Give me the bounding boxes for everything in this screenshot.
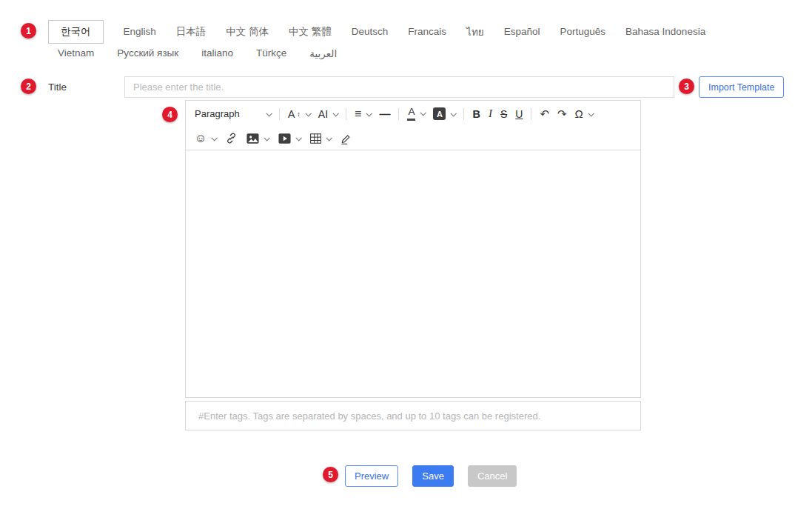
chevron-down-icon — [296, 135, 302, 141]
tab-korean[interactable]: 한국어 — [48, 20, 104, 44]
tab-francais[interactable]: Francais — [408, 26, 446, 37]
tab-bahasa-indonesia[interactable]: Bahasa Indonesia — [625, 26, 705, 37]
tags-input[interactable] — [185, 401, 641, 430]
omega-icon: Ω — [575, 107, 583, 120]
title-label: Title — [48, 81, 67, 93]
tab-espanol[interactable]: Español — [504, 26, 540, 37]
font-family-dropdown[interactable]: AI — [318, 108, 338, 120]
tab-english[interactable]: English — [124, 26, 156, 37]
font-color-icon: A — [407, 107, 415, 120]
italic-icon: I — [489, 107, 492, 120]
toolbar-separator — [398, 108, 399, 120]
toolbar-separator — [279, 108, 280, 120]
image-dropdown[interactable] — [246, 133, 269, 144]
toolbar-separator — [463, 108, 464, 120]
chevron-down-icon — [326, 135, 332, 141]
tab-vietnam[interactable]: Vietnam — [58, 47, 94, 59]
save-button[interactable]: Save — [412, 465, 454, 487]
italic-button[interactable]: I — [489, 107, 492, 120]
chevron-down-icon — [333, 110, 339, 116]
undo-button[interactable]: ↶ — [540, 107, 549, 121]
font-color-dropdown[interactable]: A — [407, 107, 425, 120]
tab-chinese-simplified[interactable]: 中文 简体 — [226, 25, 269, 39]
editor-content-area[interactable] — [186, 150, 640, 397]
emoji-dropdown[interactable]: ☺ — [195, 132, 216, 145]
video-dropdown[interactable] — [278, 133, 301, 144]
paragraph-format-select[interactable]: Paragraph — [195, 108, 271, 119]
highlight-color-dropdown[interactable]: A — [433, 107, 455, 120]
tab-russian[interactable]: Русский язык — [117, 47, 178, 59]
align-left-icon: ≡ — [355, 107, 361, 121]
bold-button[interactable]: B — [472, 108, 480, 120]
horizontal-rule-icon: — — [379, 107, 390, 120]
language-tab-bar-row2: Vietnam Русский язык italiano Türkçe الع… — [58, 47, 337, 59]
emoji-icon: ☺ — [195, 132, 207, 145]
video-icon — [278, 133, 291, 144]
post-editor-page: 1 2 3 4 5 한국어 English 日本語 中文 简体 中文 繁體 De… — [0, 0, 812, 509]
language-tab-bar: 한국어 English 日本語 中文 简体 中文 繁體 Deutsch Fran… — [48, 20, 705, 43]
chevron-down-icon — [588, 110, 594, 116]
tab-chinese-traditional[interactable]: 中文 繁體 — [289, 25, 332, 39]
annotation-badge-1: 1 — [21, 23, 36, 39]
preview-button[interactable]: Preview — [345, 465, 398, 487]
tab-arabic[interactable]: العربية — [309, 47, 337, 59]
underline-icon: U — [515, 108, 523, 120]
font-family-icon: AI — [318, 108, 328, 120]
link-button[interactable] — [226, 133, 237, 144]
table-dropdown[interactable] — [310, 133, 331, 144]
chevron-down-icon — [212, 135, 218, 141]
chevron-down-icon — [264, 135, 270, 141]
redo-icon: ↷ — [557, 107, 567, 121]
image-icon — [246, 133, 259, 144]
import-template-button[interactable]: Import Template — [699, 76, 784, 98]
tab-thai[interactable]: ไทย — [466, 24, 484, 40]
chevron-down-icon — [266, 110, 272, 116]
text-align-dropdown[interactable]: ≡ — [355, 107, 371, 121]
annotation-badge-5: 5 — [323, 467, 338, 482]
chevron-down-icon — [366, 110, 372, 116]
horizontal-rule-button[interactable]: — — [379, 107, 390, 120]
link-icon — [226, 133, 237, 144]
tab-portugues[interactable]: Português — [560, 26, 606, 37]
pen-icon — [340, 133, 352, 144]
draw-button[interactable] — [340, 133, 352, 144]
editor-toolbar: Paragraph A↕ AI ≡ — — [186, 101, 640, 150]
toolbar-separator — [346, 108, 346, 120]
font-size-icon: A — [288, 108, 295, 120]
annotation-badge-4: 4 — [162, 107, 178, 122]
underline-button[interactable]: U — [515, 108, 523, 120]
action-button-row: Preview Save Cancel — [345, 465, 517, 487]
font-size-dropdown[interactable]: A↕ — [288, 108, 310, 120]
chevron-down-icon — [305, 110, 311, 116]
paragraph-format-label: Paragraph — [195, 108, 240, 119]
title-input[interactable] — [124, 76, 674, 98]
strikethrough-button[interactable]: S — [500, 108, 507, 120]
chevron-down-icon — [451, 110, 457, 116]
undo-icon: ↶ — [540, 107, 549, 121]
bold-icon: B — [472, 108, 480, 120]
redo-button[interactable]: ↷ — [557, 107, 567, 121]
table-icon — [310, 133, 321, 144]
rich-text-editor: Paragraph A↕ AI ≡ — — [185, 100, 641, 398]
annotation-badge-3: 3 — [679, 79, 694, 94]
cancel-button[interactable]: Cancel — [468, 465, 517, 487]
strikethrough-icon: S — [500, 108, 507, 120]
annotation-badge-2: 2 — [21, 79, 36, 94]
tab-deutsch[interactable]: Deutsch — [352, 26, 389, 37]
highlight-color-icon: A — [433, 107, 446, 120]
tab-turkce[interactable]: Türkçe — [256, 47, 286, 59]
editor-toolbar-row1: Paragraph A↕ AI ≡ — — [186, 101, 640, 127]
toolbar-separator — [531, 108, 531, 120]
editor-toolbar-row2: ☺ — [186, 127, 640, 150]
chevron-down-icon — [420, 110, 426, 116]
tab-italiano[interactable]: italiano — [201, 47, 233, 59]
tab-japanese[interactable]: 日本語 — [176, 25, 207, 39]
font-size-arrows-icon: ↕ — [297, 110, 301, 118]
special-character-dropdown[interactable]: Ω — [575, 107, 593, 120]
